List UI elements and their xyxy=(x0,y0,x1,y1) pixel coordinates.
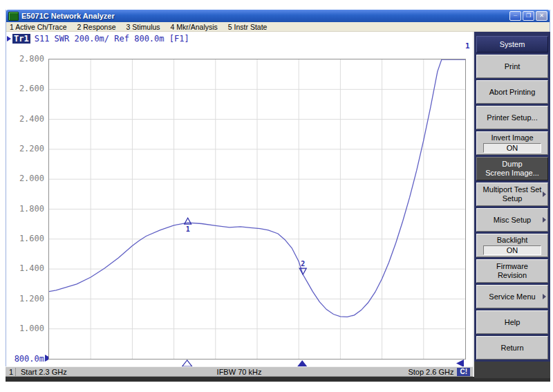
grid-lines xyxy=(49,59,465,359)
trace-end-number: 1 xyxy=(465,41,470,50)
softkey-label: Misc Setup xyxy=(494,216,531,225)
graticule: 12 xyxy=(48,59,466,360)
app-bottom-strip xyxy=(6,377,550,382)
softkey-return[interactable]: Return xyxy=(476,336,548,360)
cal-status-badge: C! xyxy=(457,368,470,376)
softkey-help[interactable]: Help xyxy=(476,310,548,334)
softkey-sidebar: System Print Abort Printing Printer Setu… xyxy=(473,32,550,377)
softkey-misc-setup[interactable]: Misc Setup xyxy=(476,208,548,232)
softkey-label: Service Menu xyxy=(489,292,535,301)
submenu-arrow-icon xyxy=(543,294,546,299)
menu-item-response[interactable]: 2 Response xyxy=(77,23,115,31)
y-axis-label: 1.600 xyxy=(3,234,44,243)
menu-bar: 1 Active Ch/Trace 2 Response 3 Stimulus … xyxy=(6,22,550,32)
menu-item-mkr-analysis[interactable]: 4 Mkr/Analysis xyxy=(171,23,218,31)
minimize-button[interactable] xyxy=(509,11,521,21)
window-title: E5071C Network Analyzer xyxy=(21,12,115,20)
softkey-abort-printing[interactable]: Abort Printing xyxy=(476,80,548,104)
status-bar: 1 Start 2.3 GHz IFBW 70 kHz Stop 2.6 GHz… xyxy=(6,366,473,377)
ifbw-readout: IFBW 70 kHz xyxy=(6,368,473,376)
softkey-menu-header: System xyxy=(476,36,548,53)
close-button[interactable] xyxy=(536,11,547,21)
y-axis-label: 2.600 xyxy=(3,84,44,93)
softkey-label: Print xyxy=(505,62,521,71)
trace-number-chip: Tr1 xyxy=(12,34,30,44)
softkey-state-display: ON xyxy=(483,143,541,153)
softkey-invert-image[interactable]: Invert Image ON xyxy=(476,131,548,155)
reference-level-label: 800.0m xyxy=(3,354,44,364)
stimulus-marker-1-icon[interactable] xyxy=(182,360,192,366)
y-axis-label: 1.000 xyxy=(3,324,44,333)
softkey-label: Dump Screen Image... xyxy=(485,160,539,178)
menu-item-active-ch-trace[interactable]: 1 Active Ch/Trace xyxy=(10,23,66,31)
screenshot-stage: E5071C Network Analyzer 1 Active Ch/Trac… xyxy=(0,0,553,392)
trace-status-line[interactable]: Tr1 S11 SWR 200.0m/ Ref 800.0m [F1] xyxy=(7,34,189,43)
stimulus-marker-triangles[interactable] xyxy=(182,360,308,366)
y-axis-label: 1.800 xyxy=(3,205,44,213)
swr-plot: 12 xyxy=(49,59,465,359)
y-axis-label: 2.200 xyxy=(3,144,44,153)
y-axis-label: 2.000 xyxy=(3,174,44,183)
y-axis-label: 2.400 xyxy=(3,115,44,123)
trace-select-arrow-icon xyxy=(7,36,11,41)
menu-item-stimulus[interactable]: 3 Stimulus xyxy=(126,23,160,31)
softkey-service-menu[interactable]: Service Menu xyxy=(476,285,548,308)
y-axis-label: 2.800 xyxy=(3,55,44,63)
restore-button[interactable] xyxy=(523,11,534,21)
softkey-label: Firmware Revision xyxy=(496,262,528,280)
y-axis-label: 1.400 xyxy=(3,264,44,272)
stop-frequency: Stop 2.6 GHz xyxy=(408,368,453,376)
submenu-arrow-icon xyxy=(543,217,546,223)
title-bar: E5071C Network Analyzer xyxy=(6,10,550,22)
sidebar-filler xyxy=(474,362,550,378)
softkey-dump-screen-image[interactable]: Dump Screen Image... xyxy=(476,157,548,180)
softkey-state-display: ON xyxy=(483,245,541,255)
softkey-label: Abort Printing xyxy=(489,88,536,97)
softkey-multiport-test-set-setup[interactable]: Multiport Test Set Setup xyxy=(476,183,548,206)
app-icon xyxy=(8,12,19,21)
softkey-label: Printer Setup... xyxy=(487,113,537,122)
softkey-print[interactable]: Print xyxy=(476,55,548,78)
marker-2-number: 2 xyxy=(301,260,305,268)
trace-description: S11 SWR 200.0m/ Ref 800.0m [F1] xyxy=(35,34,189,44)
softkey-label: Help xyxy=(505,318,521,327)
softkey-printer-setup[interactable]: Printer Setup... xyxy=(476,106,548,129)
softkey-label: Backlight xyxy=(497,236,528,245)
softkey-label: Invert Image xyxy=(491,133,533,142)
y-axis-label: 1.200 xyxy=(3,295,44,303)
softkey-label: Return xyxy=(500,344,523,353)
submenu-arrow-icon xyxy=(543,192,546,197)
window-controls xyxy=(509,11,547,21)
softkey-backlight[interactable]: Backlight ON xyxy=(476,234,548,257)
trace-markers[interactable]: 12 xyxy=(185,218,307,274)
softkey-firmware-revision[interactable]: Firmware Revision xyxy=(476,259,548,283)
stimulus-marker-2-icon[interactable] xyxy=(297,360,307,366)
marker-1-number: 1 xyxy=(186,225,190,233)
softkey-label: Multiport Test Set Setup xyxy=(483,185,542,203)
menu-item-instr-state[interactable]: 5 Instr State xyxy=(228,23,268,31)
